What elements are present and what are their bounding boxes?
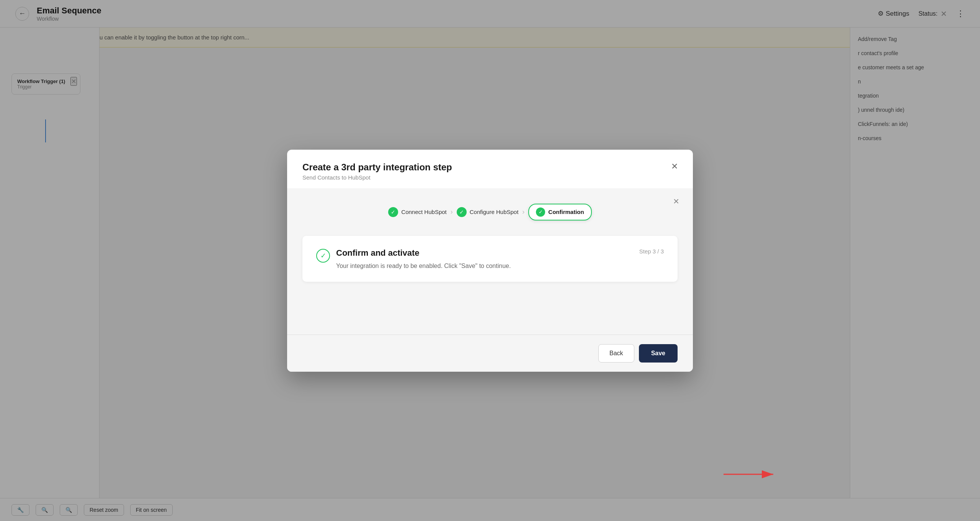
step-3-label: Confirmation [548,209,584,215]
stepper: ✓ Connect HubSpot › ✓ Configure HubSpot … [302,204,678,220]
modal-overlay: Create a 3rd party integration step Send… [0,0,980,521]
modal-title: Create a 3rd party integration step [302,162,678,173]
save-button[interactable]: Save [639,344,678,363]
back-button-modal[interactable]: Back [598,344,634,363]
step-3-circle: ✓ [536,207,545,217]
modal-dialog: Create a 3rd party integration step Send… [287,150,693,372]
step-2-circle: ✓ [457,207,467,217]
arrow-annotation [720,463,781,487]
confirm-check-icon: ✓ [316,249,330,263]
modal-footer: Back Save [287,335,693,372]
confirm-step-badge: Step 3 / 3 [639,248,664,255]
step-arrow-1: › [451,208,453,216]
modal-close-button[interactable]: ✕ [668,160,681,173]
modal-body-close-button[interactable]: ✕ [671,196,681,207]
step-arrow-2: › [522,208,524,216]
modal-header: Create a 3rd party integration step Send… [287,150,693,188]
confirm-description: Your integration is ready to be enabled.… [336,263,633,269]
step-1: ✓ Connect HubSpot [388,207,446,217]
step-3-active: ✓ Confirmation [528,204,591,220]
modal-body: ✕ ✓ Connect HubSpot › ✓ Configure HubSpo… [287,188,693,335]
step-2: ✓ Configure HubSpot [457,207,519,217]
confirm-title: Confirm and activate [336,248,633,258]
confirm-card: ✓ Confirm and activate Your integration … [302,236,678,282]
step-1-circle: ✓ [388,207,398,217]
confirm-content: Confirm and activate Your integration is… [336,248,633,269]
step-2-label: Configure HubSpot [470,209,519,215]
modal-subtitle: Send Contacts to HubSpot [302,174,678,181]
step-1-label: Connect HubSpot [401,209,446,215]
